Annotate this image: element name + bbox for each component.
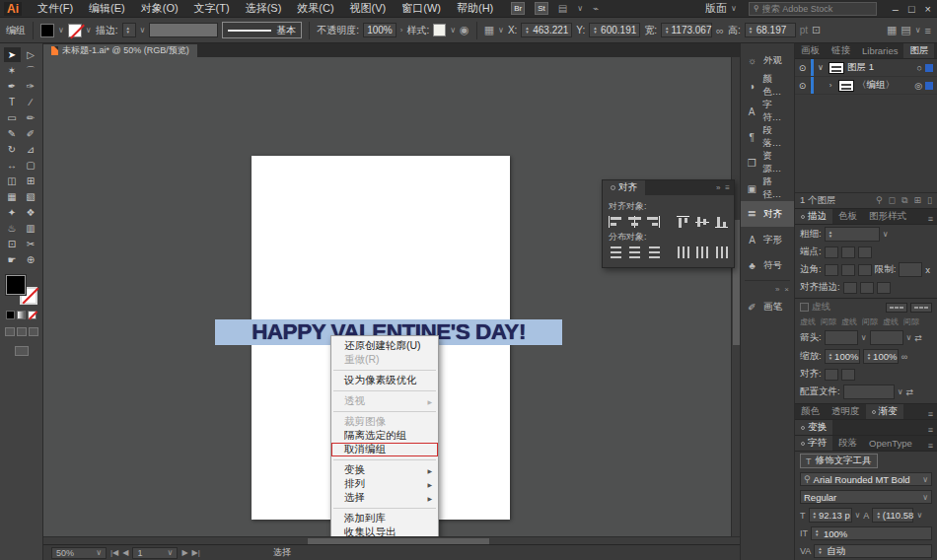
prev-artboard-icon[interactable]: ◀: [122, 548, 128, 557]
align-options-chevron-icon[interactable]: ∨: [498, 26, 504, 35]
hand-tool[interactable]: ☛: [4, 252, 21, 267]
scale-start-field[interactable]: 100%: [825, 349, 860, 364]
draw-normal-button[interactable]: [5, 327, 15, 336]
style-chevron-icon[interactable]: ∨: [450, 26, 456, 35]
paintbrush-tool[interactable]: ✏: [23, 110, 39, 125]
arrow-align-tip-button[interactable]: [825, 369, 838, 381]
font-size-field[interactable]: 92.13 p: [809, 508, 852, 523]
kerning-field[interactable]: 自动: [814, 544, 932, 558]
tab-color[interactable]: 颜色: [795, 404, 826, 419]
close-button[interactable]: ×: [925, 3, 931, 15]
context-menu-item-pixel-perfect[interactable]: 设为像素级优化: [331, 374, 438, 387]
stroke-chevron-icon[interactable]: ∨: [86, 26, 92, 35]
chevron-down-icon[interactable]: ∨: [816, 63, 826, 72]
horizontal-scrollbar[interactable]: [43, 536, 740, 544]
menu-item[interactable]: 选择(S): [238, 0, 290, 17]
layer-thumbnail[interactable]: [829, 62, 844, 74]
gradient-mode-button[interactable]: [17, 311, 26, 319]
search-input[interactable]: [762, 4, 872, 14]
vertical-scrollbar[interactable]: [731, 57, 740, 536]
direct-selection-tool[interactable]: ▷: [23, 47, 39, 62]
align-vcenter-icon[interactable]: [695, 216, 708, 228]
weight-chevron-icon[interactable]: ∨: [883, 230, 889, 239]
perspective-grid-tool[interactable]: ⊞: [23, 174, 39, 188]
first-artboard-icon[interactable]: |◀: [110, 548, 118, 557]
brushes[interactable]: ✐ 画笔: [741, 294, 794, 319]
opacity-field[interactable]: 100%: [363, 23, 396, 37]
tab-gradient[interactable]: 渐变: [866, 404, 903, 419]
draw-inside-button[interactable]: [29, 327, 38, 336]
scale-end-field[interactable]: 100%: [863, 349, 899, 364]
align-bottom-icon[interactable]: [715, 216, 728, 228]
tab-character[interactable]: 字符: [795, 436, 832, 451]
shaper-tool[interactable]: ✐: [23, 126, 39, 141]
arrow-align-end-button[interactable]: [841, 369, 855, 381]
magic-wand-tool[interactable]: ✶: [4, 63, 21, 78]
dock-collapse-icon[interactable]: »: [775, 285, 779, 294]
dock-close-icon[interactable]: ×: [784, 285, 789, 294]
align-panel-menu-icon[interactable]: ≡: [725, 183, 730, 192]
align-options-icon[interactable]: ▦: [484, 24, 494, 36]
transform-more-icon[interactable]: ⊡: [812, 24, 821, 36]
symbols[interactable]: ♣ 符号: [741, 252, 794, 278]
style-swatch[interactable]: [433, 24, 446, 36]
tab-graphic-styles[interactable]: 图形样式: [863, 209, 912, 224]
column-graph-tool[interactable]: ▥: [23, 221, 39, 236]
pathfinder[interactable]: ▣ 路径…: [741, 175, 794, 201]
align-top-icon[interactable]: [677, 216, 689, 228]
align-right-icon[interactable]: [647, 216, 660, 228]
tab-artboards[interactable]: 画板: [795, 43, 826, 58]
bevel-join-button[interactable]: [858, 264, 872, 276]
context-menu-item-add-to-library[interactable]: 添加到库: [331, 512, 438, 525]
arrowhead-start-dropdown[interactable]: [825, 330, 858, 345]
new-sublayer-icon[interactable]: ⧉: [901, 195, 907, 206]
canvas[interactable]: HAPPY VALENTINE'S DAY! 对齐 » ≡: [43, 57, 740, 536]
leading-field[interactable]: (110.58: [872, 508, 913, 523]
asset-export[interactable]: ❐ 资源…: [741, 150, 794, 175]
bridge-icon[interactable]: Br: [511, 2, 525, 15]
constrain-link-icon[interactable]: ∞: [716, 25, 724, 36]
y-field[interactable]: 600.191: [589, 23, 640, 37]
color-mode-button[interactable]: [6, 311, 15, 319]
tab-links[interactable]: 链接: [826, 43, 856, 58]
link-scale-icon[interactable]: ∞: [901, 352, 907, 362]
tab-transparency[interactable]: 透明度: [826, 404, 866, 419]
rotate-tool[interactable]: ↻: [4, 142, 21, 157]
align-left-icon[interactable]: [609, 216, 621, 228]
type-tool[interactable]: T: [4, 95, 21, 109]
eyedropper-tool[interactable]: ✦: [4, 205, 21, 220]
zoom-tool[interactable]: ⊕: [23, 252, 39, 267]
tab-stroke[interactable]: 描边: [795, 209, 832, 224]
drawing-modes[interactable]: [5, 327, 38, 336]
context-menu-item-undo[interactable]: 还原创建轮廓(U): [331, 339, 438, 353]
layer-row[interactable]: ⊙ › 〈编组〉 ◎: [795, 77, 937, 95]
menu-item[interactable]: 窗口(W): [394, 0, 449, 17]
line-segment-tool[interactable]: ∕: [23, 95, 39, 109]
context-menu-item-ungroup[interactable]: 取消编组: [331, 443, 438, 456]
document-tab[interactable]: 未标题-1.ai* @ 50% (RGB/预览): [43, 44, 197, 57]
stroke-swatch[interactable]: [68, 24, 82, 37]
fill-black-swatch[interactable]: [6, 275, 26, 295]
stroke-panel-menu-icon[interactable]: ≡: [924, 214, 937, 224]
context-menu-item-arrange[interactable]: 排列 ▶: [331, 477, 438, 491]
artboard-tool[interactable]: ⊡: [4, 237, 21, 251]
dashed-line-checkbox[interactable]: [800, 303, 809, 312]
fill-stroke-indicator[interactable]: [6, 275, 37, 305]
screen-mode-button[interactable]: [15, 346, 29, 356]
font-style-dropdown[interactable]: Regular ∨: [800, 490, 932, 504]
menu-item[interactable]: 文件(F): [30, 0, 81, 17]
distribute-hcenter-icon[interactable]: [695, 246, 708, 258]
target-selected-icon[interactable]: ◎: [914, 81, 922, 91]
make-clip-mask-icon[interactable]: ◻: [889, 195, 896, 206]
swap-arrowheads-icon[interactable]: ⇄: [914, 333, 922, 343]
symbol-sprayer-tool[interactable]: ♨: [4, 221, 21, 236]
selection-indicator[interactable]: [925, 82, 933, 90]
target-icon[interactable]: ○: [917, 63, 922, 73]
pencil-tool[interactable]: ✎: [4, 126, 21, 141]
align-panel-tab[interactable]: 对齐: [603, 180, 645, 195]
slice-tool[interactable]: ✂: [23, 237, 39, 251]
last-artboard-icon[interactable]: ▶|: [192, 548, 200, 557]
tab-transform[interactable]: 变换: [795, 420, 832, 435]
lasso-tool[interactable]: ⌒: [23, 63, 39, 78]
align-hcenter-icon[interactable]: [627, 216, 640, 228]
